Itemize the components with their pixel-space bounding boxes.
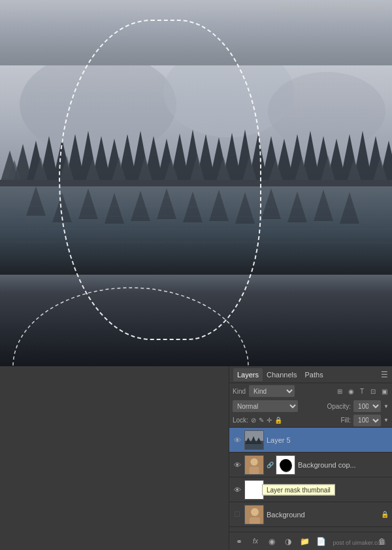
opacity-arrow-icon: ▼ [384,404,389,409]
new-group-icon[interactable]: 📁 [298,537,311,546]
background-lock-icon: 🔒 [381,511,389,518]
blend-row: Normal Opacity: 100% ▼ [229,399,392,413]
thumb-bgcopy-person [244,455,264,475]
mask-link-icon: 🔗 [267,455,273,475]
tab-paths[interactable]: Paths [301,368,327,381]
visibility-icon-layer5[interactable]: 👁 [233,436,242,445]
kind-select[interactable]: Kind [249,385,295,397]
layers-list: 👁 Layer 5 👁 [229,428,392,532]
lock-position-icon[interactable]: ✛ [267,417,272,424]
visibility-icon-bgcopy[interactable]: 👁 [233,460,242,470]
fx-icon[interactable]: fx [249,538,262,545]
panel-tabs: Layers Channels Paths ☰ [229,366,392,383]
smart-filter-icon[interactable]: ▣ [380,388,389,395]
layer-item-bgcopy[interactable]: 👁 🔗 Background cop... [229,453,392,477]
visibility-icon-white[interactable]: 👁 [233,485,242,494]
lock-label: Lock: [233,417,248,424]
lock-transparent-icon[interactable]: ⊘ [251,417,256,424]
kind-icons: ⊞ ◉ T ⊡ ▣ [335,388,389,395]
layer-item-background[interactable]: ☐ Background 🔒 [229,502,392,527]
fill-input[interactable]: 100% [353,415,381,426]
thumb-background [244,505,264,524]
bgcopy-name: Background cop... [298,461,389,469]
pixel-filter-icon[interactable]: ⊞ [335,388,344,395]
thumb-layer5 [244,430,264,450]
tab-channels[interactable]: Channels [263,368,301,381]
svg-point-80 [280,459,292,472]
type-filter-icon[interactable]: T [357,388,367,395]
layer5-name: Layer 5 [267,436,389,444]
svg-point-70 [13,288,248,366]
svg-point-83 [251,508,259,516]
canvas-area: 思缘设计论坛 www.missyuan.com [0,0,392,366]
layer-item-layer5[interactable]: 👁 Layer 5 [229,428,392,453]
shape-filter-icon[interactable]: ⊡ [368,388,378,395]
lock-row: Lock: ⊘ ✎ ✛ 🔒 Fill: 100% ▼ [229,413,392,428]
lock-all-icon[interactable]: 🔒 [274,417,282,424]
opacity-label: Opacity: [327,403,351,410]
panels-area: Layers Channels Paths ☰ Kind Kind ⊞ ◉ T … [0,366,392,550]
fill-arrow-icon: ▼ [384,417,389,423]
fill-label: Fill: [341,417,351,424]
canvas-image [0,0,392,366]
opacity-input[interactable]: 100% [353,400,381,412]
svg-rect-81 [245,481,264,500]
svg-point-77 [250,458,257,465]
left-area [0,366,229,550]
adjustment-filter-icon[interactable]: ◉ [346,388,355,395]
visibility-icon-background[interactable]: ☐ [233,510,242,519]
kind-label: Kind [233,388,246,395]
svg-rect-84 [250,517,260,524]
layer-mask-tooltip: Layer mask thumbnail [262,484,335,495]
background-name: Background [267,511,378,519]
layers-panel: Layers Channels Paths ☰ Kind Kind ⊞ ◉ T … [229,366,392,550]
thumb-bgcopy-mask [276,455,295,475]
blend-mode-select[interactable]: Normal [233,400,298,412]
watermark: 思缘设计论坛 www.missyuan.com [280,5,385,14]
svg-rect-78 [250,466,259,473]
kind-row: Kind Kind ⊞ ◉ T ⊡ ▣ [229,383,392,399]
tab-layers[interactable]: Layers [233,368,263,381]
panel-menu-icon[interactable]: ☰ [381,370,388,379]
selection-arc [0,235,392,366]
bottom-attribution: post of uimaker.com [333,540,385,546]
new-layer-icon[interactable]: 📄 [314,537,327,546]
add-mask-icon[interactable]: ◉ [265,537,278,546]
adjustment-icon[interactable]: ◑ [282,537,295,546]
layer-item-white[interactable]: 👁 Laye Layer mask thumbnail [229,477,392,502]
thumb-white [244,480,264,500]
link-layers-icon[interactable]: ⚭ [233,537,246,546]
lock-image-icon[interactable]: ✎ [259,417,264,424]
